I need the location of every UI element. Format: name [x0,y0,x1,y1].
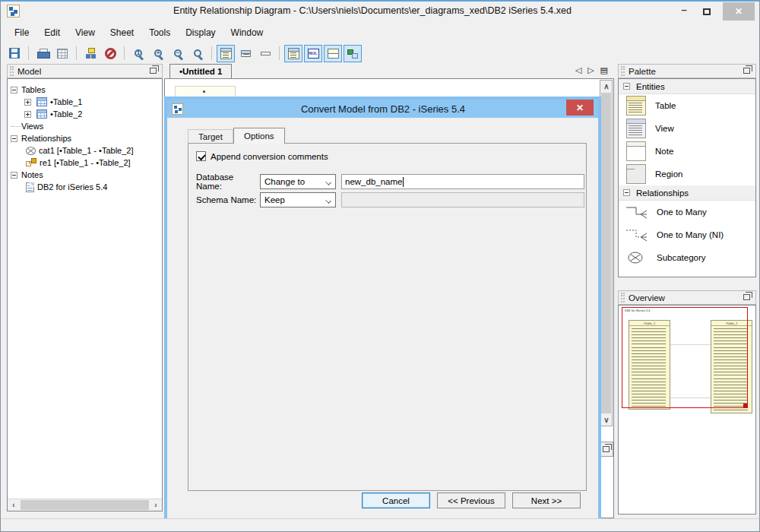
zoom-fit-button[interactable] [188,45,207,62]
tree-item-cat1[interactable]: cat1 [•Table_1 - •Table_2] [24,144,134,157]
tab-untitled-1[interactable]: •Untitled 1 [169,64,232,78]
viewport-resize-handle[interactable] [743,404,748,408]
palette-item-note[interactable]: Note [619,140,755,163]
auto-layout-button[interactable] [81,45,100,62]
tree-item-re1[interactable]: re1 [•Table_1 - •Table_2] [24,157,134,169]
restore-panel-icon[interactable] [743,68,750,74]
panel-grip[interactable] [621,66,625,76]
collapse-icon[interactable] [11,87,17,93]
expand-icon[interactable] [24,99,31,106]
show-null-button[interactable]: NUL [304,45,322,62]
show-attributes-button[interactable] [284,45,302,62]
cancel-button[interactable]: Cancel [362,492,430,508]
prohibit-button[interactable] [101,45,119,62]
tree-item-relationships[interactable]: Relationships [11,132,134,144]
maximize-button[interactable] [695,3,718,20]
minimize-button[interactable]: – [673,3,695,20]
menu-window[interactable]: Window [223,25,271,40]
canvas-vertical-scrollbar[interactable]: ∧ ∨ [600,80,613,426]
window-title: Entity Relationship Diagram - C:\Users\n… [77,5,668,16]
menu-file[interactable]: File [7,25,36,40]
toolbar: 1 + − NUL [1,43,759,64]
database-name-label: Database Name: [196,173,260,191]
close-button[interactable]: ✕ [723,2,755,21]
collapse-icon[interactable] [623,83,630,90]
collapse-icon[interactable] [11,135,17,142]
prohibit-icon [105,48,116,59]
panel-grip[interactable] [10,66,14,76]
database-name-row: Database Name: Change to new_db_name [196,173,584,191]
table-detail-view-button[interactable] [217,45,235,62]
database-name-mode-select[interactable]: Change to [260,174,336,189]
palette-item-one-to-many[interactable]: One to Many [619,201,755,223]
options-tab-page: Append conversion comments Database Name… [188,143,587,491]
print-button[interactable] [33,45,52,62]
scroll-left-icon[interactable]: ‹ [8,499,20,511]
palette-item-region[interactable]: Region [619,163,755,185]
zoom-in-button[interactable]: + [149,45,167,62]
overview-viewport-rect[interactable] [622,307,748,408]
restore-panel-icon[interactable] [150,68,157,74]
tab-target[interactable]: Target [188,129,233,144]
palette-item-table[interactable]: Table [619,94,755,117]
next-sheet-icon[interactable]: ▷ [587,65,594,75]
restore-panel-icon[interactable] [743,294,750,300]
schema-name-mode-select[interactable]: Keep [260,192,336,207]
scrollbar-thumb[interactable] [21,500,149,510]
zoom-actual-button[interactable]: 1 [129,45,147,62]
model-horizontal-scrollbar[interactable]: ‹ › [8,499,162,511]
one-to-many-icon [625,204,649,220]
previous-button[interactable]: << Previous [437,492,505,508]
scroll-down-icon[interactable]: ∨ [600,414,613,426]
tree-item-views[interactable]: Views [11,120,134,132]
tree-item-note1[interactable]: DB2 for iSeries 5.4 [24,181,134,193]
palette-section-relationships[interactable]: Relationships [619,185,755,201]
next-button[interactable]: Next >> [512,492,581,508]
schema-name-row: Schema Name: Keep [196,192,584,207]
palette-section-entities[interactable]: Entities [619,79,755,94]
show-header-button[interactable] [324,45,342,62]
scroll-right-icon[interactable]: › [150,499,162,511]
sheet-list-icon[interactable]: ▤ [600,65,608,75]
subcategory-icon [26,147,36,155]
palette-item-view[interactable]: View [619,117,755,140]
page-grid-button[interactable] [53,45,71,62]
palette-item-one-to-many-ni[interactable]: One to Many (NI) [619,223,755,246]
note-thumbnail-icon [626,141,646,161]
table-icon [36,109,47,119]
tree-item-table1[interactable]: •Table_1 [24,96,134,108]
window-titlebar: Entity Relationship Diagram - C:\Users\n… [1,2,759,21]
menu-edit[interactable]: Edit [36,25,68,40]
overview-panel[interactable]: DB2 for iSeries 5.4 •Table_1 •Table_2 [618,305,756,515]
prev-sheet-icon[interactable]: ◁ [575,65,581,75]
panel-grip[interactable] [621,293,625,302]
show-attributes-icon [288,48,299,59]
menu-tools[interactable]: Tools [141,25,178,40]
dialog-close-button[interactable]: ✕ [566,100,594,116]
scrollbar-thumb[interactable] [601,93,611,413]
database-name-input[interactable]: new_db_name [341,174,584,189]
dialog-title: Convert Model from DB2 - iSeries 5.4 [183,103,598,115]
collapse-icon[interactable] [11,172,17,179]
expand-icon[interactable] [24,111,31,118]
palette-item-subcategory[interactable]: Subcategory [619,246,755,269]
palette-panel-header: Palette [618,64,756,78]
append-comments-checkbox[interactable] [196,151,206,161]
sheet-tab-bar: •Untitled 1 ◁ ▷ ▤ [164,64,614,78]
menu-display[interactable]: Display [178,25,223,40]
table-compact-view-button[interactable] [236,45,255,62]
menu-sheet[interactable]: Sheet [103,25,141,40]
foreign-key-view-button[interactable] [344,45,362,62]
tree-item-table2[interactable]: •Table_2 [24,108,134,120]
menu-view[interactable]: View [68,25,103,40]
view-thumbnail-icon [626,119,646,138]
collapse-icon[interactable] [623,189,630,196]
tab-options[interactable]: Options [233,128,285,144]
dialog-titlebar[interactable]: Convert Model from DB2 - iSeries 5.4 ✕ [167,100,598,118]
tree-item-notes[interactable]: Notes [11,169,134,181]
zoom-out-button[interactable]: − [169,45,187,62]
tree-item-tables[interactable]: Tables [11,84,134,96]
scroll-up-icon[interactable]: ∧ [600,81,613,92]
save-button[interactable] [5,45,24,62]
table-minimal-view-button[interactable] [256,45,274,62]
